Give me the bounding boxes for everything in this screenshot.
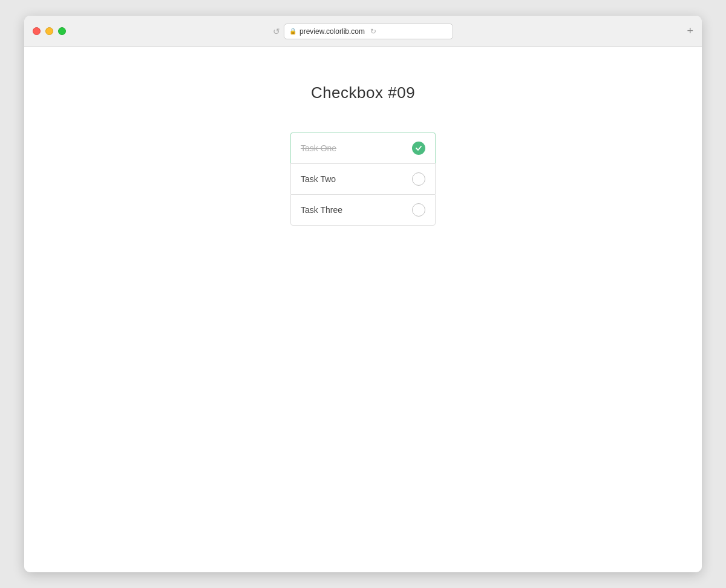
maximize-button[interactable] — [58, 27, 66, 35]
task-item-three[interactable]: Task Three — [290, 194, 436, 226]
page-title: Checkbox #09 — [311, 83, 415, 102]
task-one-label: Task One — [301, 143, 336, 153]
browser-chrome: ↺ 🔒 preview.colorlib.com ↻ + — [24, 16, 702, 47]
traffic-lights — [33, 27, 66, 35]
task-two-circle-icon — [412, 172, 425, 186]
url-text: preview.colorlib.com — [299, 27, 365, 36]
minimize-button[interactable] — [45, 27, 53, 35]
close-button[interactable] — [33, 27, 41, 35]
address-bar-container: ↺ 🔒 preview.colorlib.com ↻ — [273, 24, 453, 39]
new-tab-button[interactable]: + — [687, 25, 693, 38]
task-item-two[interactable]: Task Two — [290, 163, 436, 194]
task-list: Task One Task Two Task Three — [290, 132, 436, 226]
task-two-label: Task Two — [301, 174, 336, 184]
task-three-label: Task Three — [301, 205, 342, 215]
lock-icon: 🔒 — [289, 28, 296, 34]
task-one-check-icon — [412, 142, 425, 155]
task-item-one[interactable]: Task One — [290, 132, 436, 163]
address-bar[interactable]: 🔒 preview.colorlib.com ↻ — [284, 24, 453, 39]
task-three-circle-icon — [412, 203, 425, 217]
refresh-icon[interactable]: ↻ — [370, 27, 376, 36]
browser-content: Checkbox #09 Task One Task Two Task Thre… — [24, 47, 702, 572]
browser-window: ↺ 🔒 preview.colorlib.com ↻ + Checkbox #0… — [24, 16, 702, 572]
nav-arrow-icon: ↺ — [273, 27, 280, 36]
